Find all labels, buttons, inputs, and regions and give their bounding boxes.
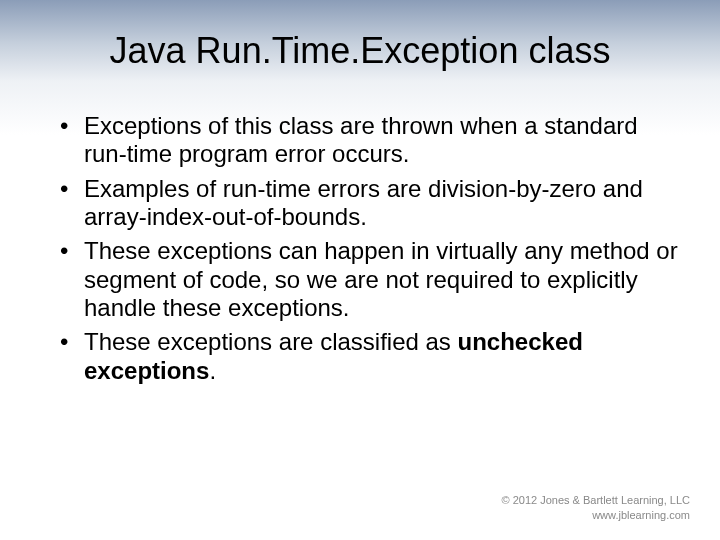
- bullet-list: Exceptions of this class are thrown when…: [40, 112, 680, 385]
- list-item: Examples of run-time errors are division…: [60, 175, 680, 232]
- bullet-suffix: .: [209, 357, 216, 384]
- bullet-prefix: These exceptions are classified as: [84, 328, 458, 355]
- url-line: www.jblearning.com: [502, 508, 691, 522]
- list-item: Exceptions of this class are thrown when…: [60, 112, 680, 169]
- footer: © 2012 Jones & Bartlett Learning, LLC ww…: [502, 493, 691, 522]
- slide: Java Run.Time.Exception class Exceptions…: [0, 0, 720, 540]
- copyright-line: © 2012 Jones & Bartlett Learning, LLC: [502, 493, 691, 507]
- bullet-text: Exceptions of this class are thrown when…: [84, 112, 638, 167]
- list-item: These exceptions are classified as unche…: [60, 328, 680, 385]
- bullet-text: Examples of run-time errors are division…: [84, 175, 643, 230]
- bullet-text: These exceptions can happen in virtually…: [84, 237, 678, 321]
- slide-title: Java Run.Time.Exception class: [40, 30, 680, 72]
- list-item: These exceptions can happen in virtually…: [60, 237, 680, 322]
